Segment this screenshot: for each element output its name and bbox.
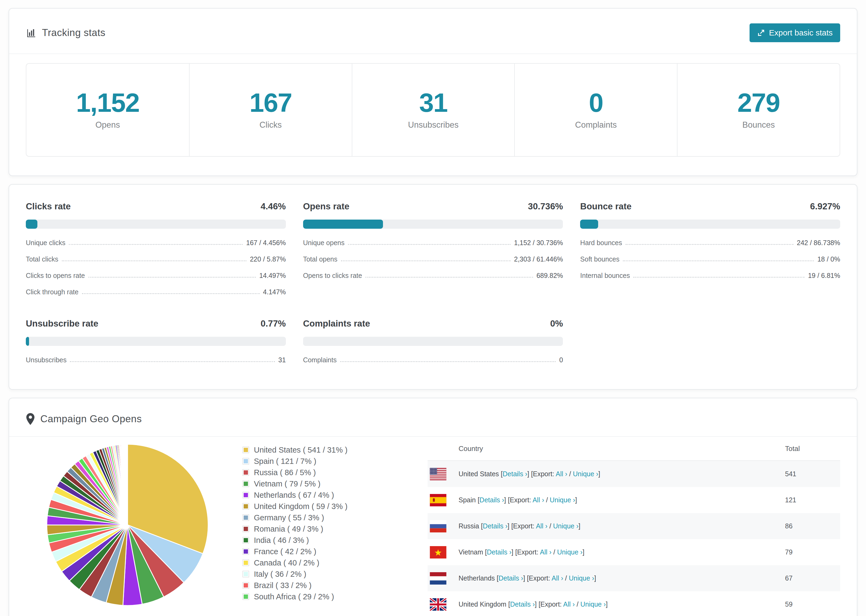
legend-label: Canada ( 40 / 2% )	[254, 558, 319, 567]
metric-value: 167 / 4.456%	[246, 239, 286, 247]
legend-color-swatch	[242, 548, 249, 555]
stat-label: Opens	[29, 120, 186, 130]
export-all-link[interactable]: All ›	[540, 548, 551, 556]
metric-label: Unsubscribes	[26, 356, 66, 364]
legend-item-italy: Italy ( 36 / 2% )	[242, 569, 393, 580]
metric-label: Unique opens	[303, 239, 345, 247]
dotted-leader	[348, 244, 510, 245]
dotted-leader	[341, 261, 511, 261]
rate-title: Unsubscribe rate	[26, 319, 98, 329]
legend-label: Russia ( 86 / 5% )	[254, 468, 316, 477]
export-unique-link[interactable]: Unique ›	[557, 548, 583, 556]
rate-value: 4.46%	[261, 201, 286, 212]
details-link[interactable]: Details ›	[483, 522, 507, 530]
rate-metric-row: Unique opens1,152 / 30.736%	[303, 235, 563, 251]
export-basic-stats-button[interactable]: Export basic stats	[749, 24, 840, 42]
legend-color-swatch	[242, 593, 249, 600]
export-unique-link[interactable]: Unique ›	[580, 600, 606, 608]
stat-box-bounces: 279Bounces	[677, 64, 840, 156]
metric-value: 18 / 0%	[817, 255, 840, 263]
legend-color-swatch	[242, 481, 249, 487]
metric-value: 31	[279, 356, 286, 364]
dotted-leader	[633, 277, 805, 278]
country-total: 541	[785, 470, 840, 478]
stat-box-unsubscribes: 31Unsubscribes	[352, 64, 515, 156]
dotted-leader	[70, 361, 275, 362]
country-total: 86	[785, 522, 840, 530]
metric-value: 689.82%	[537, 272, 563, 280]
metric-value: 220 / 5.87%	[250, 255, 286, 263]
geo-opens-card: Campaign Geo Opens United States ( 541 /…	[9, 398, 857, 616]
legend-color-swatch	[242, 492, 249, 498]
dotted-leader	[623, 261, 814, 261]
legend-color-swatch	[242, 469, 249, 476]
country-total: 67	[785, 574, 840, 582]
legend-item-brazil: Brazil ( 33 / 2% )	[242, 580, 393, 591]
stat-value: 0	[518, 90, 674, 116]
rate-metric-row: Unsubscribes31	[26, 352, 286, 368]
export-all-link[interactable]: All ›	[536, 522, 548, 530]
rate-panel-head: Opens rate30.736%	[303, 201, 563, 212]
dotted-leader	[62, 261, 246, 261]
rate-progress-fill	[26, 220, 38, 229]
country-name: Vietnam	[458, 548, 483, 556]
details-link[interactable]: Details ›	[499, 574, 523, 582]
details-link[interactable]: Details ›	[510, 600, 535, 608]
rate-metric-row: Soft bounces18 / 0%	[580, 251, 840, 267]
geo-table-row-spain: Spain [Details ›] [Export: All › / Uniqu…	[428, 487, 840, 513]
rate-progress-bar	[26, 337, 286, 346]
geo-table-row-united-kingdom: United Kingdom [Details ›] [Export: All …	[428, 591, 840, 616]
metric-value: 2,303 / 61.446%	[514, 255, 563, 263]
geo-pie-legend: United States ( 541 / 31% )Spain ( 121 /…	[242, 437, 393, 602]
legend-item-south-africa: South Africa ( 29 / 2% )	[242, 591, 393, 602]
export-all-link[interactable]: All ›	[552, 574, 563, 582]
rate-progress-fill	[26, 337, 29, 346]
legend-item-india: India ( 46 / 3% )	[242, 534, 393, 546]
export-all-link[interactable]: All ›	[556, 470, 567, 478]
export-unique-link[interactable]: Unique ›	[553, 522, 579, 530]
rate-title: Bounce rate	[580, 201, 631, 212]
legend-item-spain: Spain ( 121 / 7% )	[242, 456, 393, 467]
legend-label: Germany ( 55 / 3% )	[254, 513, 324, 522]
export-all-link[interactable]: All ›	[532, 496, 544, 504]
legend-label: United States ( 541 / 31% )	[254, 446, 348, 454]
rate-metric-row: Complaints0	[303, 352, 563, 368]
metric-value: 4.147%	[263, 288, 286, 296]
rate-progress-bar	[26, 220, 286, 229]
rate-value: 0.77%	[261, 319, 286, 329]
stat-value: 167	[192, 90, 349, 116]
geo-opens-header: Campaign Geo Opens	[9, 398, 857, 437]
metric-label: Unique clicks	[26, 239, 65, 247]
stat-label: Unsubscribes	[355, 120, 512, 130]
country-name: United Kingdom	[458, 600, 506, 608]
geo-table-row-vietnam: Vietnam [Details ›] [Export: All › / Uni…	[428, 539, 840, 565]
details-link[interactable]: Details ›	[480, 496, 504, 504]
country-total: 59	[785, 600, 840, 608]
legend-item-germany: Germany ( 55 / 3% )	[242, 512, 393, 523]
rate-metric-row: Opens to clicks rate689.82%	[303, 267, 563, 284]
rate-title: Opens rate	[303, 201, 350, 212]
legend-item-netherlands: Netherlands ( 67 / 4% )	[242, 489, 393, 501]
metric-label: Click through rate	[26, 288, 79, 296]
legend-color-swatch	[242, 503, 249, 509]
legend-color-swatch	[242, 537, 249, 544]
export-unique-link[interactable]: Unique ›	[573, 470, 598, 478]
stat-label: Bounces	[680, 120, 837, 130]
metric-label: Clicks to opens rate	[26, 272, 85, 280]
rate-progress-bar	[580, 220, 840, 229]
export-unique-link[interactable]: Unique ›	[569, 574, 594, 582]
export-all-link[interactable]: All ›	[563, 600, 575, 608]
rate-value: 30.736%	[528, 201, 563, 212]
details-link[interactable]: Details ›	[503, 470, 527, 478]
bar-chart-icon	[26, 27, 36, 38]
flag-gb-icon	[430, 598, 446, 611]
export-unique-link[interactable]: Unique ›	[550, 496, 575, 504]
geo-table: Country Total United States [Details ›] …	[428, 437, 840, 616]
dotted-leader	[340, 361, 556, 362]
legend-label: Italy ( 36 / 2% )	[254, 570, 306, 579]
details-link[interactable]: Details ›	[487, 548, 512, 556]
metric-value: 14.497%	[259, 272, 286, 280]
metric-value: 1,152 / 30.736%	[514, 239, 563, 247]
geo-opens-title: Campaign Geo Opens	[40, 413, 142, 425]
legend-item-romania: Romania ( 49 / 3% )	[242, 523, 393, 534]
